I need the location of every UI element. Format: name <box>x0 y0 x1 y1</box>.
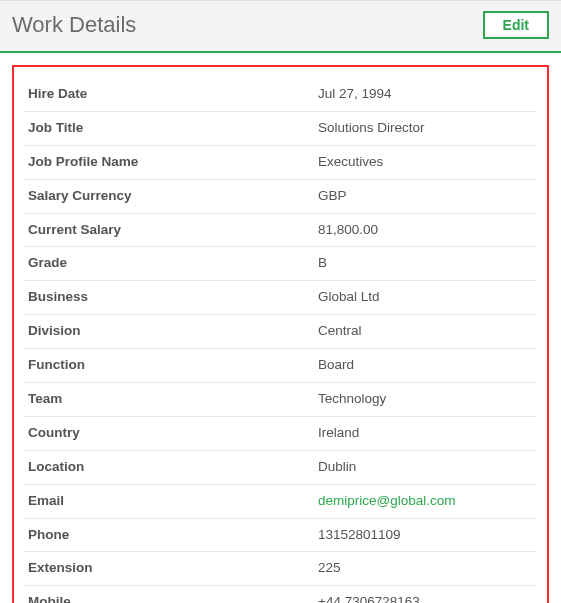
detail-value: Technology <box>318 390 533 409</box>
detail-label: Mobile <box>28 593 318 603</box>
detail-value: Central <box>318 322 533 341</box>
work-details-list: Hire DateJul 27, 1994Job TitleSolutions … <box>12 65 549 603</box>
detail-label: Business <box>28 288 318 307</box>
detail-label: Salary Currency <box>28 187 318 206</box>
detail-value: Solutions Director <box>318 119 533 138</box>
edit-button[interactable]: Edit <box>483 11 549 39</box>
detail-label: Current Salary <box>28 221 318 240</box>
detail-value: Global Ltd <box>318 288 533 307</box>
detail-row: Salary CurrencyGBP <box>24 180 537 214</box>
detail-label: Job Profile Name <box>28 153 318 172</box>
detail-label: Email <box>28 492 318 511</box>
detail-label: Hire Date <box>28 85 318 104</box>
detail-label: Location <box>28 458 318 477</box>
panel-header: Work Details Edit <box>0 0 561 53</box>
page-title: Work Details <box>12 12 136 38</box>
detail-label: Extension <box>28 559 318 578</box>
detail-value: 225 <box>318 559 533 578</box>
detail-label: Grade <box>28 254 318 273</box>
detail-row: Job TitleSolutions Director <box>24 112 537 146</box>
detail-row: Phone13152801109 <box>24 519 537 553</box>
detail-label: Team <box>28 390 318 409</box>
detail-row: DivisionCentral <box>24 315 537 349</box>
detail-row: GradeB <box>24 247 537 281</box>
detail-row: Current Salary81,800.00 <box>24 214 537 248</box>
detail-row: Emaildemiprice@global.com <box>24 485 537 519</box>
detail-label: Function <box>28 356 318 375</box>
detail-value: 81,800.00 <box>318 221 533 240</box>
detail-label: Division <box>28 322 318 341</box>
detail-value: Ireland <box>318 424 533 443</box>
detail-value: Board <box>318 356 533 375</box>
detail-value: Dublin <box>318 458 533 477</box>
detail-label: Phone <box>28 526 318 545</box>
detail-value: GBP <box>318 187 533 206</box>
detail-row: FunctionBoard <box>24 349 537 383</box>
detail-value: +44 7306728163 <box>318 593 533 603</box>
detail-label: Job Title <box>28 119 318 138</box>
detail-value: 13152801109 <box>318 526 533 545</box>
detail-value-link[interactable]: demiprice@global.com <box>318 492 533 511</box>
content-area: Hire DateJul 27, 1994Job TitleSolutions … <box>0 53 561 603</box>
detail-value: Jul 27, 1994 <box>318 85 533 104</box>
detail-value: Executives <box>318 153 533 172</box>
detail-label: Country <box>28 424 318 443</box>
detail-row: LocationDublin <box>24 451 537 485</box>
detail-value: B <box>318 254 533 273</box>
detail-row: TeamTechnology <box>24 383 537 417</box>
detail-row: Hire DateJul 27, 1994 <box>24 67 537 112</box>
detail-row: Extension225 <box>24 552 537 586</box>
detail-row: Mobile+44 7306728163 <box>24 586 537 603</box>
detail-row: BusinessGlobal Ltd <box>24 281 537 315</box>
detail-row: CountryIreland <box>24 417 537 451</box>
detail-row: Job Profile NameExecutives <box>24 146 537 180</box>
